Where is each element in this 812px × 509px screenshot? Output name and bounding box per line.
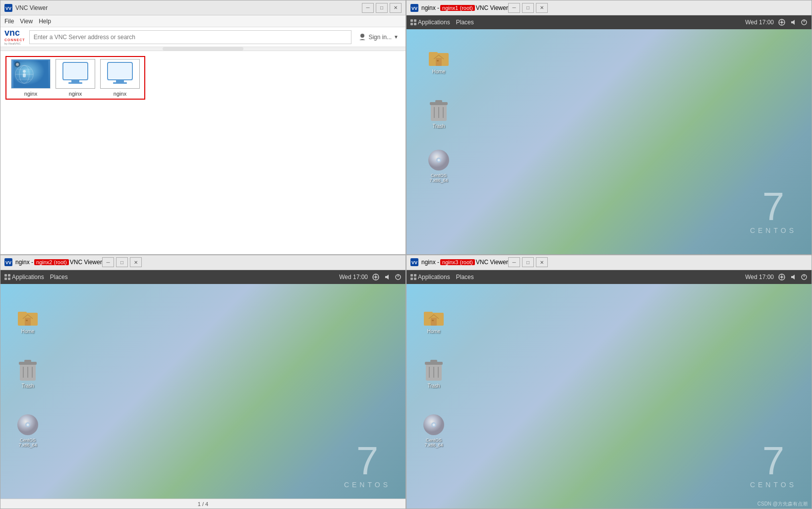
applications-icon-r2 <box>4 274 10 280</box>
search-input[interactable] <box>29 30 352 44</box>
remote1-applications[interactable]: Applications <box>410 19 450 26</box>
svg-rect-29 <box>410 23 413 25</box>
remote3-close[interactable]: ✕ <box>536 257 548 267</box>
svg-point-2 <box>360 34 364 38</box>
remote3-places[interactable]: Places <box>456 274 474 281</box>
network-icon-r3 <box>778 273 786 281</box>
remote1-highlight: nginx1 (root) <box>440 5 475 11</box>
remote3-home-icon[interactable]: Home <box>416 304 451 334</box>
page-indicator: 1 / 4 <box>198 501 208 507</box>
svg-rect-82 <box>414 278 416 280</box>
svg-rect-67 <box>26 320 28 321</box>
cd-img-r3 <box>422 413 446 437</box>
remote2-taskbar-left: Applications Places <box>4 274 68 281</box>
remote2-places[interactable]: Places <box>50 274 68 281</box>
thumbnail-nginx1[interactable]: nginx <box>8 59 53 97</box>
svg-rect-15 <box>71 80 79 82</box>
svg-rect-30 <box>414 23 416 25</box>
centos-number-r2: 7 <box>344 441 391 481</box>
monitor-icon-2 <box>60 61 90 86</box>
remote1-places[interactable]: Places <box>456 19 474 26</box>
remote2-applications[interactable]: Applications <box>4 274 44 281</box>
csdn-watermark: CSDN @方先森有点潮 <box>757 501 808 508</box>
thumb-label-1: nginx <box>24 91 37 97</box>
monitor-icon-3 <box>105 61 135 86</box>
remote1-controls: ─ □ ✕ <box>508 3 548 13</box>
thumbnail-nginx2[interactable]: nginx <box>53 59 98 97</box>
trash-label-r2: Trash <box>21 383 34 389</box>
thumb-preview-2 <box>56 59 95 89</box>
home-label-r2: Home <box>21 329 35 334</box>
scrollbar[interactable] <box>0 47 406 51</box>
remote2-maximize[interactable]: □ <box>116 257 128 267</box>
remote1-trash-icon[interactable]: Trash <box>421 99 456 129</box>
menu-view[interactable]: View <box>20 18 33 25</box>
close-button[interactable]: ✕ <box>390 3 402 13</box>
remote3-desktop: Home Trash <box>406 284 812 509</box>
maximize-button[interactable]: □ <box>376 3 388 13</box>
thumbnail-nginx3[interactable]: nginx <box>98 59 142 97</box>
svg-rect-66 <box>25 318 31 326</box>
minimize-button[interactable]: ─ <box>362 3 374 13</box>
svg-rect-93 <box>432 320 434 321</box>
remote1-time: Wed 17:00 <box>745 19 774 26</box>
logo-realvnc: by RealVNC <box>4 42 25 46</box>
trash-img-r3 <box>422 358 446 382</box>
remote1-close[interactable]: ✕ <box>536 3 548 13</box>
svg-rect-28 <box>414 19 416 22</box>
svg-rect-21 <box>116 80 124 82</box>
remote2-taskbar: Applications Places Wed 17:00 <box>0 270 406 284</box>
remote1-taskbar-left: Applications Places <box>410 19 474 26</box>
remote2-home-icon[interactable]: Home <box>10 304 45 334</box>
remote3-cd-icon[interactable]: CentOS 7.x86_64 <box>416 413 451 448</box>
remote3-taskbar-right: Wed 17:00 <box>745 273 808 281</box>
menu-help[interactable]: Help <box>39 18 51 25</box>
remote1-minimize[interactable]: ─ <box>508 3 520 13</box>
remote1-titlebar: VV nginx - nginx1 (root) VNC Viewer ─ □ … <box>406 0 812 15</box>
remote2-controls: ─ □ ✕ <box>102 257 142 267</box>
remote1-desktop-bg: Home Trash <box>406 29 812 254</box>
remote2-desktop-bg: Home Trash <box>0 284 406 509</box>
remote2-trash-icon[interactable]: Trash <box>10 358 45 389</box>
svg-marker-61 <box>385 275 389 280</box>
remote2-taskbar-right: Wed 17:00 <box>339 273 402 281</box>
remote3-trash-icon[interactable]: Trash <box>416 358 451 389</box>
remote1-home-icon[interactable]: Home <box>421 44 456 74</box>
svg-point-76 <box>27 423 29 426</box>
user-icon <box>358 33 366 41</box>
vnc-icon-r3: VV <box>410 258 418 266</box>
remote2-cd-icon[interactable]: CentOS 7.x86_64 <box>10 413 45 448</box>
svg-text:VV: VV <box>5 6 11 11</box>
remote3-applications[interactable]: Applications <box>410 274 450 281</box>
remote1-cd-icon[interactable]: CentOS 7.x86_64 <box>421 148 456 183</box>
remote3-minimize[interactable]: ─ <box>508 257 520 267</box>
menu-file[interactable]: File <box>4 18 14 25</box>
svg-rect-41 <box>437 60 439 61</box>
logo-connect: CONNECT <box>4 38 25 42</box>
trash-img-r1 <box>427 99 451 122</box>
remote2-window: VV nginx - nginx2 (root) VNC Viewer ─ □ … <box>0 255 406 509</box>
svg-rect-54 <box>8 274 10 277</box>
remote3-title: VNC Viewer <box>476 259 508 266</box>
svg-marker-87 <box>791 275 795 280</box>
remote1-app-title: nginx - <box>421 4 439 11</box>
svg-rect-65 <box>18 312 27 317</box>
thumb-preview-3 <box>100 59 140 89</box>
svg-rect-20 <box>109 63 131 79</box>
volume-icon-r1 <box>790 19 797 26</box>
vnc-main-window: VV VNC Viewer ─ □ ✕ File View Help vnc C… <box>0 0 406 255</box>
remote1-maximize[interactable]: □ <box>522 3 534 13</box>
signin-button[interactable]: Sign in... ▼ <box>355 32 402 42</box>
remote3-maximize[interactable]: □ <box>522 257 534 267</box>
cd-label-r2: CentOS 7.x86_64 <box>10 438 45 448</box>
remote2-time: Wed 17:00 <box>339 274 368 281</box>
remote2-close[interactable]: ✕ <box>130 257 142 267</box>
logo-vnc: vnc <box>4 28 25 38</box>
thumbnail-group: nginx nginx <box>5 56 145 100</box>
connection-list: nginx nginx <box>0 51 406 254</box>
svg-rect-40 <box>436 58 442 66</box>
remote1-window: VV nginx - nginx1 (root) VNC Viewer ─ □ … <box>406 0 812 255</box>
centos-number-r3: 7 <box>750 441 797 481</box>
vnc-icon: VV <box>4 4 12 12</box>
remote2-minimize[interactable]: ─ <box>102 257 114 267</box>
